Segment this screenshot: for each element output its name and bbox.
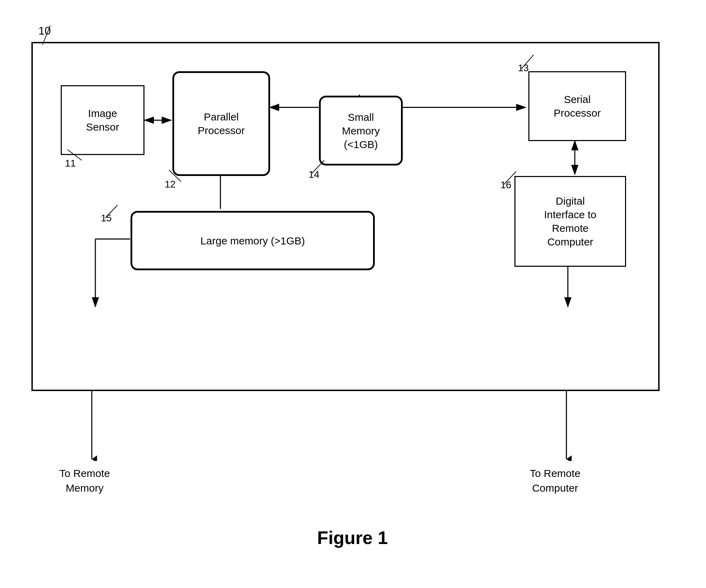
remote-memory-label: To RemoteMemory (59, 466, 110, 495)
digital-interface-box: DigitalInterface toRemoteComputer (514, 176, 626, 267)
figure-title: Figure 1 (317, 527, 388, 548)
ref-15-callout (98, 202, 126, 220)
remote-computer-label: To RemoteComputer (530, 466, 580, 495)
small-memory-box: SmallMemory(<1GB) (319, 96, 403, 166)
image-sensor-label: ImageSensor (86, 106, 119, 134)
remote-memory-arrow (87, 391, 97, 461)
remote-computer-arrow (561, 391, 572, 461)
parallel-processor-box: ParallelProcessor (172, 71, 270, 176)
digital-interface-label: DigitalInterface toRemoteComputer (544, 194, 596, 249)
small-memory-label: SmallMemory(<1GB) (342, 110, 380, 151)
ref-13-callout (514, 53, 542, 71)
ref-10-callout (36, 24, 57, 46)
ref-11-callout (61, 148, 96, 162)
svg-line-17 (105, 205, 118, 218)
large-memory-label: Large memory (>1GB) (200, 234, 305, 248)
svg-line-15 (521, 55, 534, 69)
large-memory-box: Large memory (>1GB) (131, 211, 375, 270)
serial-processor-box: SerialProcessor (528, 71, 626, 141)
svg-line-19 (43, 25, 50, 45)
outer-box: ImageSensor ParallelProcessor SerialProc… (31, 42, 660, 391)
ref-14-callout (305, 159, 333, 174)
svg-line-13 (68, 150, 82, 160)
diagram-container: 10 (21, 21, 684, 562)
serial-processor-label: SerialProcessor (553, 93, 601, 120)
parallel-processor-label: ParallelProcessor (198, 110, 245, 137)
svg-line-14 (169, 170, 181, 182)
image-sensor-box: ImageSensor (61, 85, 144, 155)
svg-line-16 (312, 160, 324, 173)
ref-16-callout (497, 170, 525, 185)
ref-12-callout (162, 168, 190, 184)
svg-line-18 (504, 171, 516, 184)
